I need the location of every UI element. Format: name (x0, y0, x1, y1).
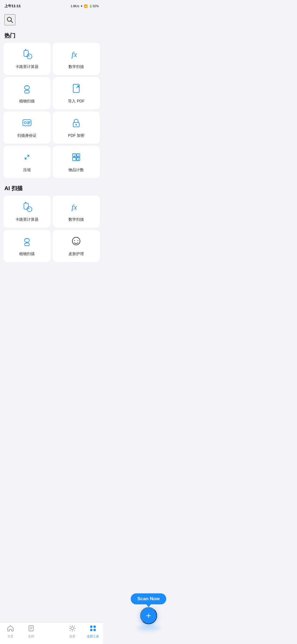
id-icon (21, 117, 33, 131)
face-icon (70, 235, 82, 249)
ai-section-title: AI 扫描 (0, 182, 103, 195)
bluetooth-icon: ✦ (80, 4, 83, 8)
svg-point-17 (76, 124, 77, 125)
svg-text:1: 1 (73, 154, 75, 157)
wifi-icon: 📶 (84, 4, 88, 8)
count-label: 物品计数 (68, 168, 84, 173)
plant-label: 植物扫描 (19, 99, 35, 104)
plant-ai-icon (21, 235, 33, 249)
status-icons: 1.8K/s ✦ 📶 🔋52% (71, 4, 99, 8)
plant-icon (21, 83, 33, 97)
compress-label: 压缩 (23, 168, 31, 173)
math-label: 数学扫描 (68, 64, 84, 69)
pdf-import-label: 导入 PDF (68, 99, 84, 104)
tool-compress[interactable]: 压缩 (3, 146, 51, 178)
svg-line-10 (76, 86, 79, 88)
svg-point-35 (74, 240, 75, 241)
svg-rect-24 (73, 157, 76, 161)
battery-icon: 🔋52% (89, 4, 99, 8)
svg-rect-31 (25, 243, 29, 246)
lock-icon (70, 117, 82, 131)
tool-item-count[interactable]: 1 2 3 物品计数 (53, 146, 100, 178)
math-ai-icon: fx (70, 201, 82, 215)
calorie-label: 卡路里计算器 (15, 64, 38, 69)
calorie-ai-icon: ° (21, 201, 33, 215)
tool-math-scan[interactable]: fx 数学扫描 (53, 43, 100, 75)
status-bar: 上午11:11 1.8K/s ✦ 📶 🔋52% (0, 0, 103, 12)
svg-rect-9 (73, 84, 79, 92)
lock-label: PDF 加密 (68, 133, 84, 138)
svg-line-1 (11, 21, 13, 23)
svg-text:°: ° (28, 55, 29, 58)
network-speed: 1.8K/s (71, 4, 79, 8)
tool-skin-care[interactable]: 皮肤护理 (53, 230, 100, 262)
svg-point-12 (24, 122, 26, 124)
tool-plant-ai[interactable]: 植物扫描 (3, 230, 51, 262)
svg-text:fx: fx (72, 50, 77, 59)
svg-rect-6 (25, 90, 29, 93)
search-bar (0, 12, 103, 30)
tool-import-pdf[interactable]: 导入 PDF (53, 77, 100, 109)
svg-rect-2 (24, 50, 28, 56)
pdf-import-icon (70, 83, 82, 97)
ai-tools-grid: ° 卡路里计算器 fx 数学扫描 (0, 195, 103, 262)
tool-id-scan[interactable]: 扫描身份证 (3, 111, 51, 144)
svg-rect-27 (24, 203, 28, 209)
svg-point-36 (78, 240, 78, 241)
tool-pdf-encrypt[interactable]: PDF 加密 (53, 111, 100, 144)
svg-text:2: 2 (77, 154, 79, 157)
tool-math-ai[interactable]: fx 数学扫描 (53, 195, 100, 228)
id-label: 扫描身份证 (17, 133, 37, 138)
hot-tools-grid: ° 卡路里计算器 fx 数学扫描 (0, 43, 103, 178)
ai-section: AI 扫描 ° 卡路里计算器 fx (0, 182, 103, 262)
tool-plant-scan[interactable]: 植物扫描 (3, 77, 51, 109)
skin-care-label: 皮肤护理 (68, 252, 84, 256)
calorie-icon: ° (21, 48, 33, 62)
svg-text:fx: fx (72, 203, 77, 211)
tool-calorie-ai[interactable]: ° 卡路里计算器 (3, 195, 51, 228)
search-button[interactable] (4, 14, 15, 25)
svg-point-7 (24, 86, 29, 89)
tool-calorie[interactable]: ° 卡路里计算器 (3, 43, 51, 75)
status-time: 上午11:11 (4, 4, 21, 9)
svg-point-32 (24, 238, 29, 242)
calorie-ai-label: 卡路里计算器 (15, 217, 38, 222)
plant-ai-label: 植物扫描 (19, 252, 35, 256)
compress-icon (21, 151, 33, 165)
main-content: 热门 ° 卡路里计算器 fx 数学扫描 (0, 30, 103, 297)
math-ai-label: 数学扫描 (68, 217, 84, 222)
count-icon: 1 2 3 (70, 151, 82, 165)
search-icon (6, 16, 13, 23)
svg-text:°: ° (28, 208, 29, 211)
hot-section-title: 热门 (0, 30, 103, 43)
math-icon: fx (70, 48, 82, 62)
